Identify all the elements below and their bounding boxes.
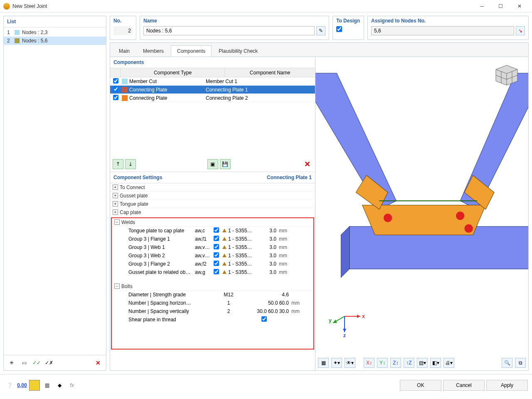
weld-row[interactable]: Group 3 | Flange 1aw,f1 1 - S355…3.0mm (112, 235, 313, 243)
units-icon[interactable]: 0,00 (17, 380, 27, 391)
component-checkbox[interactable] (113, 78, 118, 84)
axis-x-icon[interactable]: X↕ (364, 358, 374, 368)
to-design-box: To Design (332, 16, 364, 40)
bolt-row[interactable]: Diameter | Strength gradeM124.6 (112, 291, 313, 299)
move-up-icon[interactable]: ⤒ (113, 159, 123, 169)
uncheck-all-icon[interactable]: ✓✗ (44, 358, 54, 368)
duplicate-icon[interactable]: ▭ (19, 358, 30, 368)
assigned-nodes-input[interactable]: 5,6 (371, 26, 514, 35)
view-visibility-icon[interactable]: 👁▾ (345, 358, 355, 368)
view-shading-icon[interactable]: ◧▾ (430, 358, 441, 368)
expand-icon[interactable]: + (113, 193, 118, 198)
settings-node[interactable]: +Cap plate (110, 208, 315, 217)
print-view-icon[interactable]: 🖨▾ (443, 358, 454, 368)
weld-icon (222, 245, 227, 249)
collapse-icon[interactable]: − (114, 219, 120, 225)
expand-icon[interactable]: + (113, 209, 118, 215)
save-component-icon[interactable]: 💾 (220, 159, 231, 169)
weld-checkbox[interactable] (214, 261, 219, 266)
component-row[interactable]: Connecting Plate Connecting Plate 1 (110, 86, 315, 94)
list-toolbar: ✳ ▭ ✓✓ ✓✗ ✕ (4, 355, 106, 370)
tab-main[interactable]: Main (113, 45, 136, 57)
name-input[interactable] (143, 26, 315, 35)
tab-plausibility-check[interactable]: Plausibility Check (212, 45, 264, 57)
weld-row[interactable]: Group 3 | Flange 2aw,f2 1 - S355…3.0mm (112, 260, 313, 268)
bolt-row[interactable]: Number | Spacing horizon…150.0 60.0mm (112, 299, 313, 307)
weld-checkbox[interactable] (214, 227, 219, 233)
weld-row[interactable]: Gusset plate to related ob…aw,g 1 - S355… (112, 268, 313, 276)
component-row[interactable]: Member Cut Member Cut 1 (110, 77, 315, 86)
weld-checkbox[interactable] (214, 244, 219, 249)
check-all-icon[interactable]: ✓✓ (31, 358, 42, 368)
settings-node[interactable]: +To Connect (110, 183, 315, 192)
weld-checkbox[interactable] (214, 252, 219, 258)
bolt-row[interactable]: Shear plane in thread (112, 315, 313, 324)
zoom-fit-icon[interactable]: 🔍 (502, 358, 512, 368)
right-area: No. Name ✎ To Design Assigned to Nodes N… (110, 16, 529, 371)
no-input[interactable] (113, 26, 133, 35)
weld-checkbox[interactable] (214, 269, 219, 274)
help-icon[interactable]: ❔ (4, 380, 15, 391)
axis-z-icon[interactable]: Z↕ (390, 358, 401, 368)
delete-icon[interactable]: ✕ (93, 358, 103, 368)
expand-icon[interactable]: + (113, 201, 118, 207)
col-component-name: Component Name (225, 68, 315, 77)
window-close[interactable]: ✕ (510, 0, 529, 12)
fx-icon[interactable]: fx (66, 380, 77, 391)
results-icon[interactable]: ▥ (42, 380, 52, 391)
view-full-icon[interactable]: ▦ (318, 358, 329, 368)
top-form: No. Name ✎ To Design Assigned to Nodes N… (110, 16, 529, 40)
dialog-footer: ❔ 0,00 ▥ ◆ fx OK Cancel Apply (0, 374, 532, 396)
view-perspective-icon[interactable]: ▤▾ (417, 358, 428, 368)
weld-row[interactable]: Tongue plate to cap plateaw,c 1 - S355…3… (112, 227, 313, 235)
weld-checkbox[interactable] (214, 236, 219, 241)
component-checkbox[interactable] (113, 95, 118, 100)
cancel-button[interactable]: Cancel (443, 380, 485, 391)
component-row[interactable]: Connecting Plate Connecting Plate 2 (110, 94, 315, 102)
components-toolbar: ⤒ ⤓ ▣ 💾 ✕ (110, 157, 315, 172)
settings-header: Component Settings Connecting Plate 1 (110, 172, 315, 183)
remove-component-icon[interactable]: ✕ (302, 159, 313, 169)
loads-icon[interactable]: ◆ (54, 380, 65, 391)
svg-text:y: y (329, 318, 332, 323)
pick-nodes-icon[interactable]: ↘ (516, 26, 525, 35)
axis-zup-icon[interactable]: ↑Z (404, 358, 414, 368)
tab-strip: MainMembersComponentsPlausibility Check (110, 42, 529, 57)
color-icon[interactable] (29, 380, 40, 391)
tab-components[interactable]: Components (171, 45, 212, 57)
list-item[interactable]: 1Nodes : 2,3 (4, 28, 106, 37)
expand-icon[interactable]: + (113, 185, 118, 190)
no-box: No. (110, 16, 136, 40)
welds-node[interactable]: − Welds (112, 218, 313, 227)
new-item-icon[interactable]: ✳ (6, 358, 17, 368)
name-edit-icon[interactable]: ✎ (316, 26, 325, 35)
svg-text:z: z (343, 332, 346, 337)
add-component-icon[interactable]: ▣ (207, 159, 218, 169)
weld-row[interactable]: Group 3 | Web 1aw,v… 1 - S355…3.0mm (112, 243, 313, 251)
window-minimize[interactable]: ─ (473, 0, 491, 12)
ok-button[interactable]: OK (400, 380, 441, 391)
tab-members[interactable]: Members (137, 45, 170, 57)
axis-triad: x y z (328, 300, 365, 337)
component-checkbox[interactable] (113, 86, 118, 92)
axis-y-icon[interactable]: Y↕ (377, 358, 388, 368)
apply-button[interactable]: Apply (486, 380, 528, 391)
view-axes-icon[interactable]: ✦▾ (331, 358, 342, 368)
weld-icon (222, 262, 227, 266)
window-maximize[interactable]: ☐ (491, 0, 510, 12)
detach-view-icon[interactable]: ⧉ (515, 358, 526, 368)
3d-viewport[interactable]: x y z ▦ ✦▾ 👁▾ X↕ Y↕ Z↕ ↑Z (315, 57, 528, 370)
list-body: 1Nodes : 2,32Nodes : 5,6 (4, 27, 106, 355)
list-item[interactable]: 2Nodes : 5,6 (4, 37, 106, 45)
collapse-icon[interactable]: − (114, 283, 120, 289)
weld-row[interactable]: Group 3 | Web 2aw,v… 1 - S355…3.0mm (112, 251, 313, 260)
navigation-cube[interactable] (492, 61, 522, 88)
settings-node[interactable]: +Tongue plate (110, 200, 315, 208)
move-down-icon[interactable]: ⤓ (125, 159, 136, 169)
bolt-checkbox[interactable] (261, 316, 267, 322)
settings-node[interactable]: +Gusset plate (110, 192, 315, 200)
to-design-checkbox[interactable] (336, 26, 342, 32)
bolts-node[interactable]: − Bolts (112, 282, 313, 291)
bolt-row[interactable]: Number | Spacing vertically230.0 60.0 30… (112, 307, 313, 315)
components-table-body[interactable]: Member Cut Member Cut 1 Connecting Plate… (110, 77, 315, 157)
